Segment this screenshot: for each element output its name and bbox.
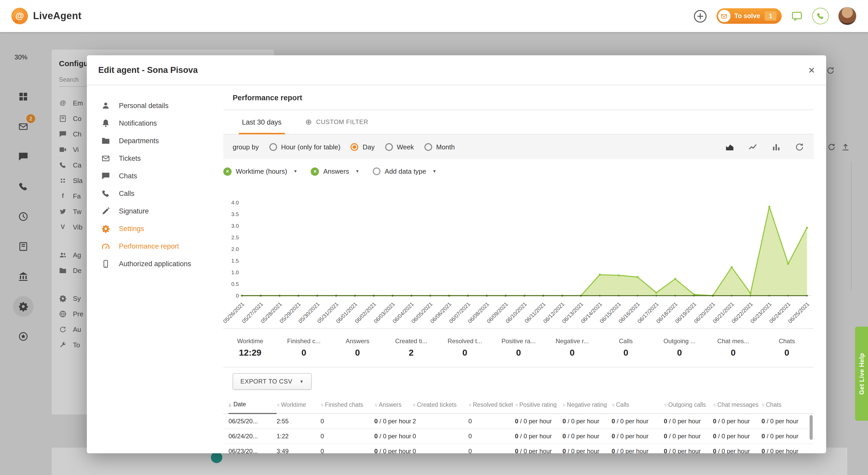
radio-icon (385, 143, 393, 151)
col-positive-rating[interactable]: ↑↓ Positive rating (515, 395, 562, 414)
bell-icon (101, 119, 110, 127)
calls-button[interactable] (812, 8, 829, 24)
envelope-circle (718, 10, 730, 22)
nav-departments[interactable]: Departments (87, 132, 222, 149)
column-label: Answers (379, 402, 401, 408)
nav-notifications[interactable]: Notifications (87, 114, 222, 132)
export-row: EXPORT TO CSV ▼ (223, 368, 814, 395)
radio-label: Day (363, 143, 375, 151)
col-outgoing-calls[interactable]: ↑↓ Outgoing calls (664, 395, 713, 414)
column-label: Date (234, 401, 246, 407)
groupby-week[interactable]: Week (385, 143, 414, 151)
col-chats[interactable]: ↑↓ Chats (762, 395, 814, 414)
table-header: ↓ Date ↑↓ Worktime ↑↓ Finished chats ↑↓ … (223, 395, 814, 414)
table-row: 06/23/20...3:4900 / 0 per hour000 / 0 pe… (223, 444, 814, 453)
groupby-hour-only-for-table[interactable]: Hour (only for table) (269, 143, 340, 151)
stat-chats: Chats 0 (760, 338, 814, 358)
datatype-chip-answers[interactable]: × Answers ▼ (311, 167, 360, 176)
col-resolved-tickets[interactable]: ↑↓ Resolved tickets (468, 395, 515, 414)
get-live-help-tab[interactable]: Get Live Help (855, 327, 868, 421)
svg-text:3.0: 3.0 (231, 223, 239, 229)
line-chart-icon[interactable] (748, 142, 758, 152)
col-chat-messages[interactable]: ↑↓ Chat messages (713, 395, 762, 414)
table-cell: 0 / 0 per hour (713, 433, 762, 440)
stat-negative-r: Negative r... 0 (546, 338, 599, 358)
group-by-label: group by (232, 143, 259, 151)
radio-label: Week (397, 143, 414, 151)
stat-label: Answers (331, 338, 384, 345)
create-new-button[interactable] (693, 9, 707, 23)
stat-label: Negative r... (546, 338, 599, 345)
table-cell: 0 / 0 per hour (713, 418, 762, 425)
tab-last-30-days[interactable]: Last 30 days (239, 110, 285, 134)
svg-text:4.0: 4.0 (231, 199, 239, 205)
tab-custom-filter[interactable]: ⊕CUSTOM FILTER (302, 110, 371, 134)
stat-label: Chats (760, 338, 814, 345)
stat-answers: Answers 0 (331, 338, 384, 358)
svg-text:0: 0 (236, 292, 239, 298)
chip-label: Add data type (384, 167, 426, 175)
nav-chats[interactable]: Chats (87, 167, 222, 185)
col-answers[interactable]: ↑↓ Answers (374, 395, 412, 414)
close-icon[interactable]: × (808, 65, 815, 75)
nav-performance-report[interactable]: Performance report (87, 237, 222, 255)
chevron-down-icon: ▼ (293, 169, 298, 174)
chevron-down-icon: ▼ (300, 379, 304, 384)
phone-icon (816, 12, 825, 20)
col-calls[interactable]: ↑↓ Calls (612, 395, 664, 414)
remove-icon[interactable]: × (311, 167, 319, 176)
table-cell: 0 (412, 448, 468, 453)
sort-icon: ↑↓ (515, 402, 517, 407)
brand-logo[interactable]: @ LiveAgent (11, 8, 82, 24)
nav-settings[interactable]: Settings (87, 220, 222, 237)
liveagent-logo-icon: @ (11, 8, 28, 24)
modal-body: Personal detailsNotificationsDepartments… (87, 85, 826, 453)
groupby-month[interactable]: Month (424, 143, 455, 151)
add-data-type[interactable]: Add data type ▼ (373, 167, 436, 175)
to-solve-label: To solve (734, 12, 760, 20)
table-scrollbar[interactable] (810, 415, 813, 440)
stat-chat-mes: Chat mes... 0 (707, 338, 760, 358)
nav-tickets[interactable]: Tickets (87, 149, 222, 167)
column-label: Resolved tickets (473, 402, 513, 408)
sort-icon: ↑↓ (277, 402, 279, 407)
export-to-csv-button[interactable]: EXPORT TO CSV ▼ (232, 373, 311, 390)
performance-chart: 00.51.01.52.02.53.03.54.005/26/202105/27… (223, 184, 814, 328)
table-cell: 1:22 (277, 433, 320, 440)
svg-text:3.5: 3.5 (231, 211, 239, 217)
nav-personal-details[interactable]: Personal details (87, 97, 222, 114)
table-cell: 0 / 0 per hour (664, 418, 713, 425)
area-chart-icon[interactable] (725, 142, 735, 152)
reload-icon[interactable] (795, 142, 804, 152)
stat-label: Chat mes... (707, 338, 760, 345)
col-created-tickets[interactable]: ↑↓ Created tickets (412, 395, 468, 414)
mobile-icon (101, 259, 110, 268)
radio-icon (424, 143, 432, 151)
edit-agent-modal: Edit agent - Sona Pisova × Personal deta… (87, 55, 826, 453)
bar-chart-icon[interactable] (771, 142, 781, 152)
report-content: Performance report Last 30 days ⊕CUSTOM … (223, 85, 814, 453)
col-finished-chats[interactable]: ↑↓ Finished chats (320, 395, 374, 414)
datatype-chip-worktime-hours[interactable]: × Worktime (hours) ▼ (223, 167, 298, 176)
nav-label: Notifications (119, 119, 157, 127)
col-negative-rating[interactable]: ↑↓ Negative rating (562, 395, 612, 414)
remove-icon[interactable]: × (223, 167, 231, 176)
nav-calls[interactable]: Calls (87, 185, 222, 202)
to-solve-button[interactable]: To solve 1 (716, 8, 782, 24)
nav-authorized-applications[interactable]: Authorized applications (87, 255, 222, 273)
nav-signature[interactable]: Signature (87, 202, 222, 220)
table-cell: 0 / 0 per hour (374, 448, 412, 453)
sort-icon: ↑↓ (374, 402, 377, 407)
col-worktime[interactable]: ↑↓ Worktime (277, 395, 320, 414)
groupby-day[interactable]: Day (351, 143, 375, 151)
stat-label: Worktime (223, 338, 277, 345)
table-cell: 0 / 0 per hour (762, 418, 814, 425)
table-cell: 0 (468, 448, 515, 453)
col-date[interactable]: ↓ Date (228, 395, 277, 414)
user-avatar[interactable] (838, 7, 857, 25)
nav-label: Signature (119, 207, 149, 215)
table-cell: 0 / 0 per hour (664, 448, 713, 453)
gear-icon (101, 224, 110, 233)
chats-button[interactable] (791, 10, 803, 22)
radio-icon (373, 167, 380, 175)
